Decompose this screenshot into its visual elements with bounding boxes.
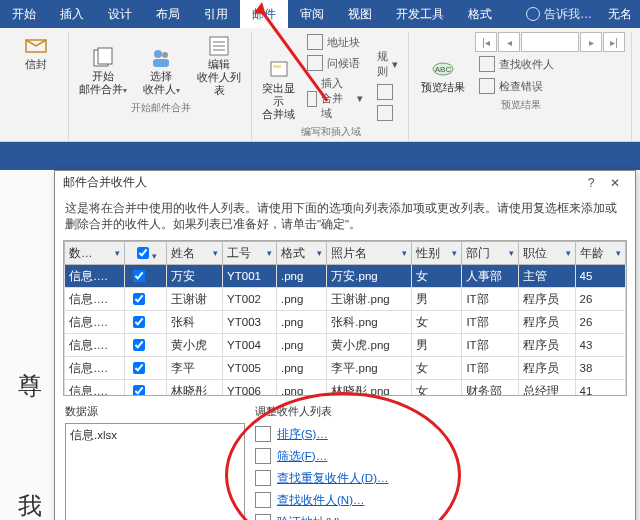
row-checkbox[interactable] [133, 385, 145, 396]
group-caption-preview: 预览结果 [417, 98, 625, 112]
tab-references[interactable]: 引用 [192, 0, 240, 28]
last-record-button[interactable]: ▸| [603, 32, 625, 52]
next-record-button[interactable]: ▸ [580, 32, 602, 52]
envelope-icon [24, 34, 48, 58]
check-errors-button[interactable]: 检查错误 [475, 76, 625, 96]
table-row[interactable]: 信息….王谢谢YT002.png王谢谢.png男IT部程序员26 [65, 288, 626, 311]
find-recipient-link[interactable]: 查找收件人(N)… [255, 489, 625, 511]
tab-developer[interactable]: 开发工具 [384, 0, 456, 28]
validate-icon [255, 514, 271, 520]
table-row[interactable]: 信息….万安YT001.png万安.png女人事部主管45 [65, 265, 626, 288]
address-block-icon [307, 34, 323, 50]
row-checkbox[interactable] [133, 316, 145, 328]
highlight-icon [267, 58, 291, 82]
address-block-button[interactable]: 地址块 [303, 32, 367, 52]
column-header[interactable]: 工号▾ [223, 242, 277, 265]
filter-link[interactable]: 筛选(F)… [255, 445, 625, 467]
group-caption-write: 编写和插入域 [260, 125, 402, 139]
recipients-grid[interactable]: 数…▾▾姓名▾工号▾格式▾照片名▾性别▾部门▾职位▾年龄▾ 信息….万安YT00… [63, 240, 627, 396]
greeting-icon [307, 55, 323, 71]
people-icon [149, 46, 173, 70]
edit-recipients-button[interactable]: 编辑收件人列表 [193, 32, 245, 99]
tab-view[interactable]: 视图 [336, 0, 384, 28]
find-recipient-button[interactable]: 查找收件人 [475, 54, 625, 74]
filter-icon [255, 448, 271, 464]
envelope-button[interactable]: 信封 [10, 32, 62, 73]
svg-text:ABC: ABC [435, 65, 452, 74]
highlight-fields-button[interactable]: 突出显示合并域 [260, 56, 297, 123]
svg-rect-2 [98, 48, 112, 64]
insert-merge-field-button[interactable]: 插入合并域 ▾ [303, 74, 367, 123]
tab-layout[interactable]: 布局 [144, 0, 192, 28]
column-header[interactable]: 职位▾ [519, 242, 576, 265]
preview-results-button[interactable]: ABC预览结果 [417, 55, 469, 96]
column-header[interactable]: 格式▾ [277, 242, 327, 265]
find-icon [255, 492, 271, 508]
close-button[interactable]: ✕ [603, 176, 627, 190]
table-row[interactable]: 信息….黄小虎YT004.png黄小虎.png男IT部程序员43 [65, 334, 626, 357]
duplicates-icon [255, 470, 271, 486]
preview-icon: ABC [431, 57, 455, 81]
table-row[interactable]: 信息….李平YT005.png李平.png女IT部程序员38 [65, 357, 626, 380]
column-header[interactable]: 部门▾ [462, 242, 519, 265]
group-caption-start: 开始邮件合并 [77, 101, 245, 115]
column-header[interactable]: 性别▾ [412, 242, 462, 265]
table-row[interactable]: 信息….张科YT003.png张科.png女IT部程序员26 [65, 311, 626, 334]
sort-icon [255, 426, 271, 442]
start-mailmerge-button[interactable]: 开始邮件合并▾ [77, 44, 129, 99]
mailmerge-recipients-dialog: 邮件合并收件人 ? ✕ 这是将在合并中使用的收件人列表。请使用下面的选项向列表添… [54, 170, 636, 520]
find-duplicates-link[interactable]: 查找重复收件人(D)… [255, 467, 625, 489]
document-text: 我 [18, 490, 42, 520]
tab-mailings[interactable]: 邮件 [240, 0, 288, 28]
sort-link[interactable]: 排序(S)… [255, 423, 625, 445]
rules-button[interactable]: 规则 ▾ [373, 47, 402, 81]
tell-me[interactable]: 告诉我… [518, 6, 600, 23]
tab-design[interactable]: 设计 [96, 0, 144, 28]
validate-address-link[interactable]: 验证地址(V)… [255, 511, 625, 520]
dialog-title: 邮件合并收件人 [63, 174, 579, 191]
record-nav: |◂ ◂ ▸ ▸| [475, 32, 625, 52]
svg-rect-10 [271, 62, 287, 76]
row-checkbox[interactable] [133, 362, 145, 374]
ruler-bar [0, 142, 640, 170]
row-checkbox[interactable] [133, 339, 145, 351]
svg-rect-5 [153, 59, 169, 67]
svg-point-3 [154, 50, 162, 58]
tab-review[interactable]: 审阅 [288, 0, 336, 28]
column-header[interactable]: 数…▾ [65, 242, 125, 265]
svg-point-4 [162, 52, 168, 58]
help-button[interactable]: ? [579, 176, 603, 190]
match-fields-button[interactable] [373, 82, 402, 102]
update-labels-button[interactable] [373, 103, 402, 123]
ribbon-toolbar: 信封 开始邮件合并▾ 选择收件人▾ 编辑收件人列表 开始邮件合并 突出显示合并域… [0, 28, 640, 142]
column-header[interactable]: 照片名▾ [327, 242, 412, 265]
datasource-list[interactable]: 信息.xlsx [65, 423, 245, 520]
record-number-input[interactable] [521, 32, 579, 52]
search-icon [479, 56, 495, 72]
tab-format[interactable]: 格式 [456, 0, 504, 28]
column-header[interactable]: 姓名▾ [166, 242, 223, 265]
row-checkbox[interactable] [133, 293, 145, 305]
table-row[interactable]: 信息….林晓彤YT006.png林晓彤.png女财务部总经理41 [65, 380, 626, 396]
select-recipients-button[interactable]: 选择收件人▾ [135, 44, 187, 99]
first-record-button[interactable]: |◂ [475, 32, 497, 52]
insert-field-icon [307, 91, 317, 107]
check-icon [479, 78, 495, 94]
column-header[interactable]: ▾ [125, 242, 167, 265]
column-header[interactable]: 年龄▾ [575, 242, 625, 265]
match-icon [377, 84, 393, 100]
adjust-list-label: 调整收件人列表 [255, 404, 625, 419]
datasource-label: 数据源 [65, 404, 245, 419]
select-all-checkbox[interactable] [137, 247, 149, 259]
document-text: 尊 [18, 370, 42, 402]
mailmerge-icon [91, 46, 115, 70]
ribbon-tabs: 开始 插入 设计 布局 引用 邮件 审阅 视图 开发工具 格式 告诉我… 无名 [0, 0, 640, 28]
prev-record-button[interactable]: ◂ [498, 32, 520, 52]
greeting-line-button[interactable]: 问候语 [303, 53, 367, 73]
tab-insert[interactable]: 插入 [48, 0, 96, 28]
row-checkbox[interactable] [133, 270, 145, 282]
edit-list-icon [207, 34, 231, 58]
svg-rect-11 [273, 65, 281, 68]
update-icon [377, 105, 393, 121]
tab-start[interactable]: 开始 [0, 0, 48, 28]
